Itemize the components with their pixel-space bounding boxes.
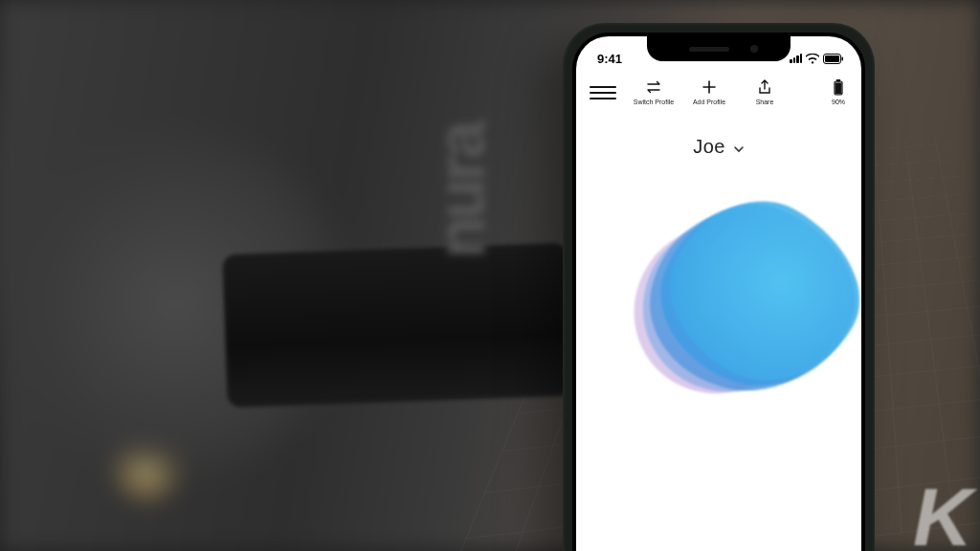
brand-logo-text: nura xyxy=(421,124,500,258)
svg-rect-4 xyxy=(837,79,840,81)
share-icon xyxy=(755,78,774,96)
add-profile-button[interactable]: Add Profile xyxy=(681,78,737,105)
chevron-down-icon xyxy=(733,142,745,153)
switch-profile-button[interactable]: Switch Profile xyxy=(626,78,681,105)
svg-rect-5 xyxy=(835,83,841,94)
svg-rect-2 xyxy=(842,56,844,60)
device-battery-icon xyxy=(829,78,848,96)
cellular-signal-icon xyxy=(790,54,802,63)
switch-profile-label: Switch Profile xyxy=(634,99,674,105)
app-toolbar: Switch Profile Add Profile Share xyxy=(576,73,861,115)
battery-icon xyxy=(823,54,844,64)
add-profile-label: Add Profile xyxy=(693,99,725,105)
wifi-icon xyxy=(806,54,819,64)
svg-rect-1 xyxy=(825,55,839,62)
headband xyxy=(222,243,571,408)
device-battery-label: 90% xyxy=(832,99,845,105)
profile-selector[interactable]: Joe xyxy=(576,136,861,158)
phone-frame: 9:41 xyxy=(563,23,875,551)
share-button[interactable]: Share xyxy=(737,78,792,105)
status-indicators xyxy=(790,54,844,64)
scene-background: nura K 9:41 xyxy=(0,0,980,551)
switch-icon xyxy=(644,78,663,96)
device-battery-indicator: 90% xyxy=(821,78,848,105)
profile-name: Joe xyxy=(693,136,725,158)
phone-bezel: 9:41 xyxy=(572,33,865,551)
hearing-profile-visualization xyxy=(576,187,861,435)
app-screen: 9:41 xyxy=(576,36,861,551)
menu-button[interactable] xyxy=(590,78,616,103)
phone-notch xyxy=(647,36,791,61)
status-time: 9:41 xyxy=(597,52,622,66)
plus-icon xyxy=(700,78,719,96)
share-label: Share xyxy=(756,99,774,105)
watermark-letter: K xyxy=(913,470,972,551)
